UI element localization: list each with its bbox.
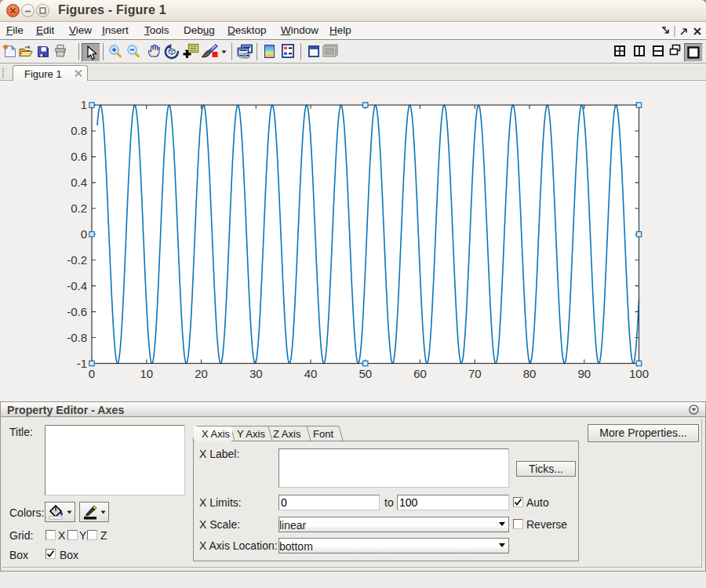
svg-text:-1: -1 [77, 357, 87, 370]
svg-text:60: 60 [413, 367, 427, 380]
svg-text:1: 1 [81, 98, 87, 111]
svg-text:0: 0 [81, 227, 87, 241]
svg-text:-0.8: -0.8 [67, 331, 87, 344]
svg-text:20: 20 [195, 367, 208, 380]
svg-text:70: 70 [468, 367, 482, 380]
svg-text:0.8: 0.8 [71, 124, 87, 137]
svg-text:100: 100 [629, 367, 649, 380]
svg-text:50: 50 [358, 367, 372, 380]
svg-text:80: 80 [523, 367, 537, 380]
svg-text:0.6: 0.6 [71, 150, 87, 163]
svg-text:40: 40 [304, 367, 318, 380]
svg-text:-0.4: -0.4 [67, 279, 87, 292]
svg-text:10: 10 [140, 367, 153, 380]
svg-text:0: 0 [89, 367, 95, 380]
svg-text:-0.2: -0.2 [67, 253, 87, 267]
svg-text:30: 30 [249, 367, 263, 380]
svg-text:0.4: 0.4 [71, 176, 87, 189]
svg-text:-0.6: -0.6 [67, 305, 87, 318]
svg-text:0.2: 0.2 [71, 201, 87, 215]
svg-text:90: 90 [577, 367, 591, 380]
